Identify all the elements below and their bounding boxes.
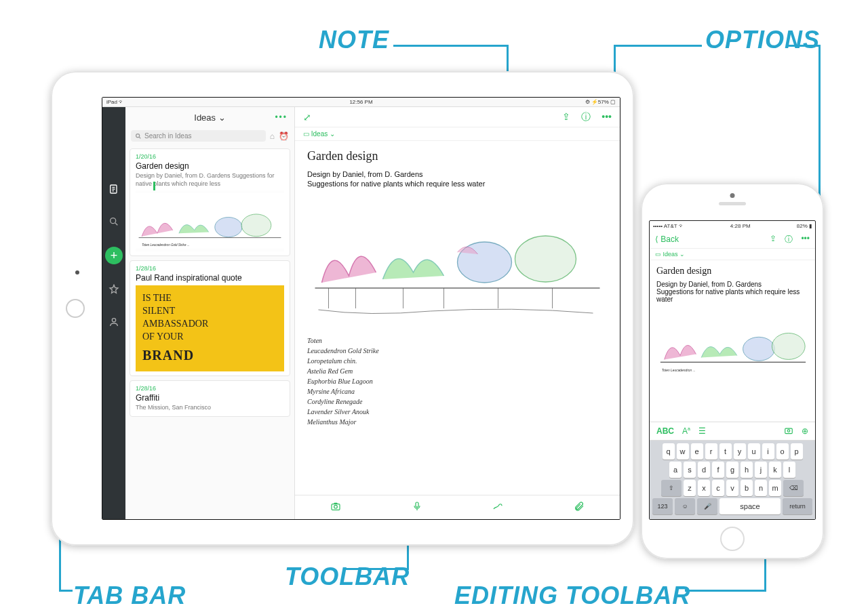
back-button[interactable]: ⟨ Back bbox=[655, 235, 679, 244]
note-toolbar-top: ⤢ ⇪ ⓘ ••• bbox=[295, 107, 620, 127]
status-time: 12:56 PM bbox=[349, 99, 372, 105]
svg-point-19 bbox=[787, 429, 790, 432]
tab-add[interactable]: + bbox=[105, 247, 123, 264]
edit-abc[interactable]: ABC bbox=[656, 426, 674, 436]
audio-icon[interactable] bbox=[412, 501, 422, 514]
note-text: Design by Daniel, from D. Gardens bbox=[307, 170, 608, 178]
key-emoji[interactable]: ☺ bbox=[675, 498, 695, 514]
iphone-device: ••••• AT&T ᯤ 4:28 PM 82% ▮ ⟨ Back ⇪ ⓘ ••… bbox=[641, 183, 824, 559]
key-space[interactable]: space bbox=[719, 498, 781, 514]
note-content-title: Garden design bbox=[656, 266, 808, 277]
status-left: ••••• AT&T ᯤ bbox=[653, 223, 684, 229]
iphone-camera bbox=[730, 193, 735, 198]
keyboard[interactable]: qwertyuiop asdfghjkl ⇧zxcvbnm⌫ 123 ☺ 🎤 s… bbox=[650, 441, 815, 519]
key[interactable]: ⌫ bbox=[783, 480, 804, 496]
key[interactable]: q bbox=[663, 443, 675, 460]
key[interactable]: j bbox=[755, 462, 767, 478]
notebook-options-icon[interactable]: ••• bbox=[275, 113, 288, 122]
more-options-icon[interactable]: ••• bbox=[601, 111, 612, 123]
keyboard-row: qwertyuiop bbox=[652, 443, 812, 460]
callout-tabbar: TAB BAR bbox=[73, 582, 186, 610]
key[interactable]: z bbox=[684, 480, 696, 496]
notebook-header[interactable]: Ideas ⌄ ••• bbox=[125, 107, 294, 127]
callout-connector bbox=[393, 45, 509, 47]
key[interactable]: v bbox=[726, 480, 738, 496]
breadcrumb[interactable]: ▭ Ideas ⌄ bbox=[295, 127, 620, 141]
key[interactable]: w bbox=[677, 443, 689, 460]
key[interactable]: t bbox=[719, 443, 732, 460]
svg-text:Toten Leucadendron Gold Strike: Toten Leucadendron Gold Strike ... bbox=[142, 243, 189, 247]
key[interactable]: i bbox=[762, 443, 774, 460]
iphone-speaker bbox=[719, 202, 746, 205]
key[interactable]: l bbox=[783, 462, 795, 478]
edit-list-icon[interactable]: ☰ bbox=[698, 426, 706, 436]
key[interactable]: h bbox=[741, 462, 753, 478]
app-body: + Ideas ⌄ ••• Search in Ideas ⌂ ⏰ bbox=[102, 107, 620, 519]
note-card[interactable]: 1/20/16 Garden design Design by Daniel, … bbox=[130, 148, 290, 256]
camera-icon[interactable] bbox=[330, 501, 341, 514]
edit-format-icon[interactable]: Aa bbox=[682, 426, 690, 436]
note-content[interactable]: Garden design Design by Daniel, from D. … bbox=[295, 141, 620, 495]
tab-account[interactable] bbox=[106, 314, 121, 329]
key-numbers[interactable]: 123 bbox=[652, 498, 673, 514]
note-content[interactable]: Garden design Design by Daniel, from D. … bbox=[650, 260, 815, 422]
share-icon[interactable]: ⇪ bbox=[562, 111, 570, 123]
svg-rect-13 bbox=[416, 502, 418, 507]
callout-options: OPTIONS bbox=[705, 26, 820, 54]
key[interactable]: f bbox=[712, 462, 724, 478]
tab-notes[interactable] bbox=[106, 182, 121, 197]
ipad-home-button[interactable] bbox=[66, 299, 85, 318]
key[interactable]: d bbox=[698, 462, 710, 478]
note-text: Suggestions for native plants which requ… bbox=[307, 180, 608, 188]
svg-point-6 bbox=[241, 214, 271, 237]
key[interactable]: a bbox=[669, 462, 682, 478]
expand-icon[interactable]: ⤢ bbox=[303, 112, 311, 123]
tab-search[interactable] bbox=[106, 214, 121, 229]
key[interactable]: k bbox=[769, 462, 781, 478]
tab-shortcuts[interactable] bbox=[106, 282, 121, 297]
key[interactable]: e bbox=[691, 443, 703, 460]
note-thumbnail: Toten Leucadendron Gold Strike ... bbox=[136, 190, 284, 251]
key[interactable]: n bbox=[755, 480, 767, 496]
breadcrumb[interactable]: ▭ Ideas ⌄ bbox=[650, 248, 815, 260]
svg-point-16 bbox=[772, 333, 805, 359]
svg-point-5 bbox=[215, 218, 242, 237]
info-icon[interactable]: ⓘ bbox=[581, 111, 591, 123]
key-return[interactable]: return bbox=[783, 498, 812, 514]
share-icon[interactable]: ⇪ bbox=[770, 234, 776, 245]
edit-camera-icon[interactable] bbox=[784, 426, 793, 437]
info-icon[interactable]: ⓘ bbox=[785, 234, 793, 245]
svg-point-12 bbox=[334, 505, 338, 508]
attachment-icon[interactable] bbox=[574, 501, 585, 514]
note-card[interactable]: 1/28/16 Graffiti The Mission, San Franci… bbox=[130, 380, 290, 417]
search-input[interactable]: Search in Ideas bbox=[131, 130, 266, 142]
key[interactable]: u bbox=[748, 443, 760, 460]
note-card[interactable]: 1/28/16 Paul Rand inspirational quote IS… bbox=[130, 260, 290, 376]
key[interactable]: b bbox=[741, 480, 753, 496]
ipad-device: iPad ᯤ 12:56 PM ⚙ ⚡57% ▢ + Ideas ⌄ ••• bbox=[51, 71, 634, 546]
sketch-icon[interactable] bbox=[492, 501, 503, 514]
key-mic[interactable]: 🎤 bbox=[697, 498, 717, 514]
svg-text:Toten  Leucadendron ...: Toten Leucadendron ... bbox=[662, 369, 696, 372]
more-options-icon[interactable]: ••• bbox=[801, 234, 810, 245]
key[interactable]: m bbox=[769, 480, 781, 496]
key[interactable]: y bbox=[734, 443, 746, 460]
key[interactable]: x bbox=[698, 480, 710, 496]
callout-note: NOTE bbox=[319, 26, 389, 54]
status-right: 82% ▮ bbox=[797, 223, 812, 229]
keyboard-row: 123 ☺ 🎤 space return bbox=[652, 498, 812, 514]
iphone-home-button[interactable] bbox=[720, 527, 745, 551]
note-title: Paul Rand inspirational quote bbox=[136, 273, 284, 283]
note-list[interactable]: 1/20/16 Garden design Design by Daniel, … bbox=[125, 144, 294, 519]
key[interactable]: r bbox=[705, 443, 717, 460]
note-detail: ⤢ ⇪ ⓘ ••• ▭ Ideas ⌄ Garden design Design… bbox=[295, 107, 620, 519]
key[interactable]: p bbox=[791, 443, 803, 460]
key[interactable]: s bbox=[684, 462, 696, 478]
key[interactable]: c bbox=[712, 480, 724, 496]
reminder-icon[interactable]: ⏰ bbox=[279, 131, 289, 141]
key[interactable]: g bbox=[726, 462, 738, 478]
tag-icon[interactable]: ⌂ bbox=[270, 131, 275, 141]
key[interactable]: o bbox=[776, 443, 789, 460]
edit-add-icon[interactable]: ⊕ bbox=[802, 426, 808, 436]
key[interactable]: ⇧ bbox=[661, 480, 682, 496]
